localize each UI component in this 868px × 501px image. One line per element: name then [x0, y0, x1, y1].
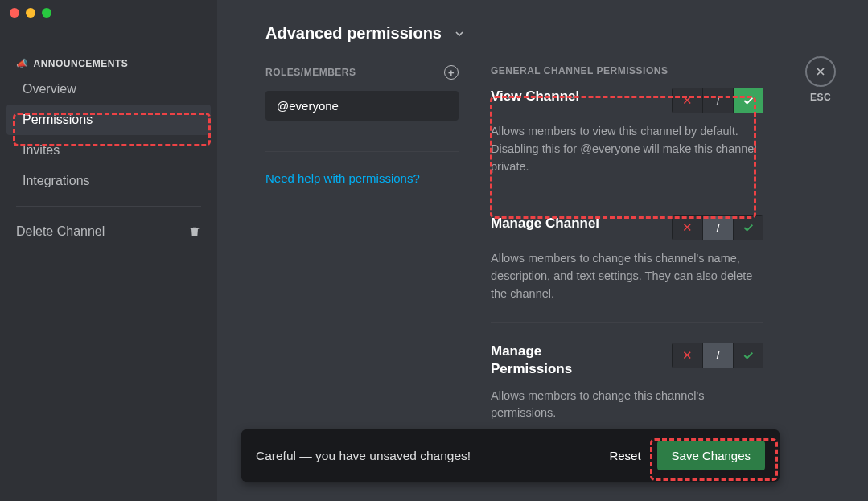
perm-deny-button[interactable]: ✕ — [672, 88, 702, 113]
window-minimize-dot[interactable] — [26, 8, 35, 18]
sidebar-item-invites[interactable]: Invites — [6, 135, 211, 166]
perm-neutral-button[interactable]: / — [702, 343, 733, 368]
perm-allow-button[interactable] — [733, 343, 763, 368]
permissions-help-link[interactable]: Need help with permissions? — [265, 171, 459, 185]
megaphone-icon: 📣 — [16, 58, 29, 69]
settings-sidebar: 📣 ANNOUNCEMENTS Overview Permissions Inv… — [0, 0, 217, 501]
sidebar-divider — [16, 206, 201, 207]
perm-allow-button[interactable] — [733, 215, 763, 240]
save-changes-button[interactable]: Save Changes — [657, 441, 765, 470]
perm-allow-button[interactable] — [733, 88, 763, 113]
role-everyone[interactable]: @everyone — [265, 91, 459, 121]
unsaved-message: Careful — you have unsaved changes! — [256, 449, 471, 463]
add-role-button[interactable]: + — [444, 65, 459, 80]
perm-deny-button[interactable]: ✕ — [672, 215, 702, 240]
sidebar-item-integrations[interactable]: Integrations — [6, 166, 211, 196]
sidebar-delete-channel[interactable]: Delete Channel — [0, 216, 217, 247]
perm-title: View Channel — [491, 88, 579, 105]
roles-column: ROLES/MEMBERS + @everyone Need help with… — [265, 65, 459, 461]
window-controls — [10, 8, 51, 18]
permissions-column: GENERAL CHANNEL PERMISSIONS View Channel… — [491, 65, 763, 461]
roles-divider — [265, 151, 459, 152]
permissions-heading: GENERAL CHANNEL PERMISSIONS — [491, 65, 763, 76]
roles-heading: ROLES/MEMBERS + — [265, 65, 459, 80]
perm-title: Manage Channel — [491, 215, 599, 232]
perm-desc: Allows members to view this channel by d… — [491, 123, 763, 175]
chevron-down-icon[interactable] — [453, 27, 466, 40]
perm-manage-channel: Manage Channel ✕ / Allows members to cha… — [491, 215, 763, 322]
perm-title: Manage Permissions — [491, 343, 619, 378]
close-icon — [805, 56, 836, 87]
main-content: Advanced permissions ROLES/MEMBERS + @ev… — [217, 0, 868, 501]
sidebar-heading: 📣 ANNOUNCEMENTS — [0, 48, 217, 74]
unsaved-changes-bar: Careful — you have unsaved changes! Rese… — [241, 429, 780, 482]
perm-view-channel: View Channel ✕ / Allows members to view … — [491, 88, 763, 195]
perm-desc: Allows members to change this channel's … — [491, 388, 763, 423]
perm-deny-button[interactable]: ✕ — [672, 343, 702, 368]
perm-toggle-view-channel: ✕ / — [672, 88, 763, 113]
close-settings-button[interactable]: ESC — [805, 56, 836, 103]
perm-toggle-manage-permissions: ✕ / — [672, 343, 763, 368]
perm-desc: Allows members to change this channel's … — [491, 250, 763, 302]
sidebar-item-overview[interactable]: Overview — [6, 74, 211, 105]
perm-manage-permissions: Manage Permissions ✕ / Allows members to… — [491, 343, 763, 442]
perm-neutral-button[interactable]: / — [702, 215, 733, 240]
reset-button[interactable]: Reset — [609, 449, 640, 462]
delete-channel-label: Delete Channel — [16, 224, 105, 239]
sidebar-item-permissions[interactable]: Permissions — [6, 105, 211, 135]
window-close-dot[interactable] — [10, 8, 19, 18]
perm-neutral-button[interactable]: / — [702, 88, 733, 113]
page-title: Advanced permissions — [265, 24, 442, 43]
perm-toggle-manage-channel: ✕ / — [672, 215, 763, 240]
page-title-row: Advanced permissions — [265, 24, 763, 43]
trash-icon — [188, 225, 201, 238]
esc-label: ESC — [805, 92, 836, 103]
window-zoom-dot[interactable] — [42, 8, 51, 18]
sidebar-heading-label: ANNOUNCEMENTS — [34, 58, 129, 69]
